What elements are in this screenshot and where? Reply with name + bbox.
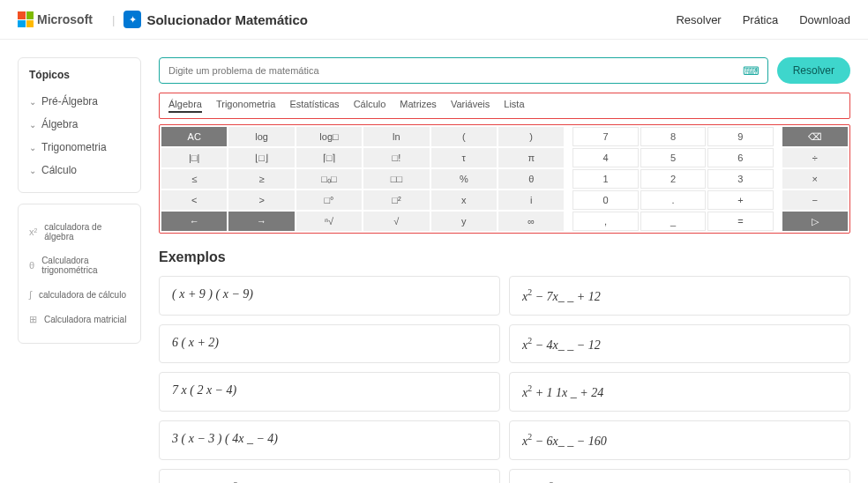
- example-card-9[interactable]: 3x_ _2 − 1 0 x + 8: [509, 469, 850, 483]
- nav-resolver[interactable]: Resolver: [676, 13, 721, 26]
- calc-item-0[interactable]: x²calculadora de álgebra: [29, 215, 130, 249]
- key-3-7[interactable]: .: [640, 190, 706, 210]
- key-0-5[interactable]: ): [498, 127, 564, 146]
- key-2-8[interactable]: 3: [707, 169, 773, 189]
- content: ⌨ Resolver ÁlgebraTrigonometriaEstatísti…: [159, 57, 850, 483]
- key-0-3[interactable]: ln: [363, 127, 429, 146]
- key-1-4[interactable]: τ: [431, 148, 497, 167]
- tab-variáveis[interactable]: Variáveis: [451, 99, 490, 113]
- key-2-2[interactable]: □₀□: [296, 169, 362, 189]
- key-4-2[interactable]: ⁿ√: [296, 212, 362, 231]
- calc-item-1[interactable]: θCalculadora trigonométrica: [29, 249, 130, 282]
- key-4-9[interactable]: ▷: [782, 212, 848, 231]
- key-1-3[interactable]: □!: [363, 148, 429, 167]
- key-0-6[interactable]: 7: [572, 127, 638, 146]
- topics-title: Tópicos: [29, 69, 130, 81]
- key-4-6[interactable]: ,: [572, 212, 638, 231]
- key-1-2[interactable]: ⌈□⌉: [296, 148, 362, 167]
- keypad: ACloglog□ln()789⌫|□|⌊□⌋⌈□⌉□!τπ456÷≤≥□₀□□…: [159, 124, 850, 234]
- key-2-4[interactable]: %: [431, 169, 497, 189]
- topic-item-3[interactable]: ⌄Cálculo: [29, 159, 130, 182]
- microsoft-logo[interactable]: Microsoft: [18, 11, 93, 27]
- example-card-5[interactable]: x2 + 1 1x _ + 24: [509, 372, 850, 412]
- example-card-6[interactable]: 3 ( x − 3 ) ( 4x _ − 4): [159, 420, 500, 460]
- key-1-9[interactable]: ÷: [782, 148, 848, 167]
- topic-item-1[interactable]: ⌄Álgebra: [29, 113, 130, 136]
- key-4-5[interactable]: ∞: [498, 212, 564, 231]
- sidebar: Tópicos ⌄Pré-Álgebra⌄Álgebra⌄Trigonometr…: [18, 57, 141, 483]
- tab-matrizes[interactable]: Matrizes: [400, 99, 437, 113]
- chevron-down-icon: ⌄: [29, 97, 36, 107]
- key-2-6[interactable]: 1: [572, 169, 638, 189]
- key-1-6[interactable]: 4: [572, 148, 638, 167]
- key-2-7[interactable]: 2: [640, 169, 706, 189]
- key-3-1[interactable]: >: [228, 190, 294, 210]
- key-1-8[interactable]: 6: [707, 148, 773, 167]
- key-4-1[interactable]: →: [228, 212, 294, 231]
- example-card-8[interactable]: 2x ( x _ − 6)2: [159, 469, 500, 483]
- nav-pratica[interactable]: Prática: [743, 13, 778, 26]
- calculators-box: x²calculadora de álgebraθCalculadora tri…: [18, 204, 141, 344]
- key-3-8[interactable]: +: [707, 190, 773, 210]
- key-4-3[interactable]: √: [363, 212, 429, 231]
- calc-item-2[interactable]: ∫calculadora de cálculo: [29, 282, 130, 307]
- topics-box: Tópicos ⌄Pré-Álgebra⌄Álgebra⌄Trigonometr…: [18, 57, 141, 193]
- key-3-3[interactable]: □²: [363, 190, 429, 210]
- example-card-4[interactable]: 7 x ( 2 x − 4): [159, 372, 500, 412]
- topic-item-2[interactable]: ⌄Trigonometria: [29, 136, 130, 159]
- search-input[interactable]: [159, 57, 768, 84]
- key-1-0[interactable]: |□|: [161, 148, 227, 167]
- header-nav: Resolver Prática Download: [676, 13, 850, 26]
- key-0-9[interactable]: ⌫: [782, 127, 848, 146]
- example-card-7[interactable]: x2 − 6x_ _ − 160: [509, 420, 850, 460]
- key-0-7[interactable]: 8: [640, 127, 706, 146]
- example-card-3[interactable]: x2 − 4x_ _ − 12: [509, 324, 850, 364]
- calc-icon: ⊞: [29, 314, 37, 325]
- tab-trigonometria[interactable]: Trigonometria: [216, 99, 275, 113]
- tab-lista[interactable]: Lista: [504, 99, 524, 113]
- key-1-5[interactable]: π: [498, 148, 564, 167]
- calc-icon: θ: [29, 260, 34, 271]
- key-3-0[interactable]: <: [161, 190, 227, 210]
- key-0-1[interactable]: log: [228, 127, 294, 146]
- key-2-1[interactable]: ≥: [228, 169, 294, 189]
- chevron-down-icon: ⌄: [29, 143, 36, 152]
- examples-grid: ( x + 9 ) ( x − 9)x2 − 7x_ _ + 126 ( x +…: [159, 276, 850, 483]
- calc-icon: x²: [29, 227, 37, 237]
- key-0-2[interactable]: log□: [296, 127, 362, 146]
- key-3-4[interactable]: x: [431, 190, 497, 210]
- key-4-4[interactable]: y: [431, 212, 497, 231]
- key-2-3[interactable]: □□: [363, 169, 429, 189]
- key-1-7[interactable]: 5: [640, 148, 706, 167]
- key-4-0[interactable]: ←: [161, 212, 227, 231]
- keyboard-icon[interactable]: ⌨: [743, 64, 760, 78]
- solve-button[interactable]: Resolver: [777, 57, 850, 84]
- microsoft-label: Microsoft: [37, 12, 93, 26]
- calc-item-3[interactable]: ⊞Calculadora matricial: [29, 307, 130, 332]
- key-2-5[interactable]: θ: [498, 169, 564, 189]
- topic-item-0[interactable]: ⌄Pré-Álgebra: [29, 90, 130, 113]
- key-0-0[interactable]: AC: [161, 127, 227, 146]
- key-2-9[interactable]: ×: [782, 169, 848, 189]
- nav-download[interactable]: Download: [799, 13, 850, 26]
- key-2-0[interactable]: ≤: [161, 169, 227, 189]
- key-3-6[interactable]: 0: [572, 190, 638, 210]
- key-0-8[interactable]: 9: [707, 127, 773, 146]
- key-1-1[interactable]: ⌊□⌋: [228, 148, 294, 167]
- key-3-9[interactable]: −: [782, 190, 848, 210]
- key-0-4[interactable]: (: [431, 127, 497, 146]
- key-3-5[interactable]: i: [498, 190, 564, 210]
- header: Microsoft | ✦ Solucionador Matemático Re…: [0, 0, 868, 40]
- tab-estatísticas[interactable]: Estatísticas: [289, 99, 339, 113]
- tab-álgebra[interactable]: Álgebra: [168, 99, 202, 113]
- tab-cálculo[interactable]: Cálculo: [354, 99, 386, 113]
- category-tabs: ÁlgebraTrigonometriaEstatísticasCálculoM…: [159, 93, 850, 119]
- example-card-1[interactable]: x2 − 7x_ _ + 12: [509, 276, 850, 316]
- examples-title: Exemplos: [159, 249, 850, 265]
- key-3-2[interactable]: □°: [296, 190, 362, 210]
- example-card-0[interactable]: ( x + 9 ) ( x − 9): [159, 276, 500, 316]
- key-4-8[interactable]: =: [707, 212, 773, 231]
- example-card-2[interactable]: 6 ( x + 2): [159, 324, 500, 364]
- key-4-7[interactable]: _: [640, 212, 706, 231]
- chevron-down-icon: ⌄: [29, 166, 36, 175]
